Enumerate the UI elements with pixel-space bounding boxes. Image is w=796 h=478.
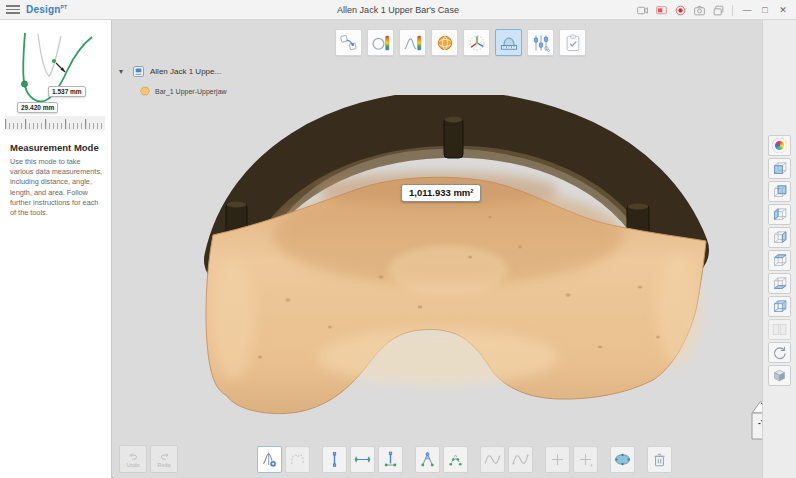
minimize-button[interactable]: — <box>738 2 756 18</box>
coordinate-system-button[interactable] <box>463 29 490 56</box>
cube-view-back-icon <box>771 183 788 200</box>
menu-icon[interactable] <box>0 0 26 20</box>
angle-three-point-button[interactable] <box>415 446 440 473</box>
split-view-icon <box>771 321 788 338</box>
point-coordinates-2-icon <box>576 450 595 469</box>
mesh-texture-button[interactable] <box>431 29 458 56</box>
curve-length-2-icon <box>511 450 530 469</box>
jaw-model-3d[interactable] <box>138 95 758 435</box>
measurement-sidebar: 1.537 mm 29.420 mm Measurement Mod <box>0 20 112 478</box>
curve-length-icon <box>483 450 502 469</box>
cube-view-left-button[interactable] <box>768 204 791 225</box>
tree-node-label[interactable]: Allen Jack 1 Uppe... <box>150 67 221 76</box>
deviation-sphere-icon <box>371 33 391 53</box>
area-measurement-icon <box>613 450 632 469</box>
case-checklist-button[interactable] <box>559 29 586 56</box>
coordinate-system-icon <box>467 33 487 53</box>
title-bar: DesignPT Allen Jack 1 Upper Bar's Case —… <box>0 0 796 20</box>
cube-view-isometric-icon <box>771 298 788 315</box>
cube-view-isometric-button[interactable] <box>768 296 791 317</box>
redo-label: Redo <box>157 462 170 468</box>
navigation-cube[interactable]: +z -Y <box>744 398 762 446</box>
color-options-button[interactable] <box>768 135 791 156</box>
redo-button[interactable]: Redo <box>150 445 178 473</box>
deviation-sphere-button[interactable] <box>367 29 394 56</box>
measurement-mode-icon <box>499 33 519 53</box>
reset-view-icon <box>771 344 788 361</box>
video-capture-icon[interactable] <box>635 2 651 18</box>
angle-three-point-icon <box>418 450 437 469</box>
cube-view-front-button[interactable] <box>768 158 791 179</box>
deviation-profile-button[interactable] <box>399 29 426 56</box>
distance-vertical-button[interactable] <box>322 446 347 473</box>
split-view-button[interactable] <box>768 319 791 340</box>
scanner-icon <box>131 64 146 79</box>
deviation-profile-icon <box>403 33 423 53</box>
viewport-3d[interactable]: ▾ Allen Jack 1 Uppe... Bar_1 Upper-Upper… <box>113 20 762 478</box>
cube-view-top-button[interactable] <box>768 250 791 271</box>
cross-section-diagram: 1.537 mm 29.420 mm <box>4 28 108 114</box>
delete-measurements-button[interactable] <box>647 446 672 473</box>
shaded-view-icon <box>771 367 788 384</box>
add-measurement-button[interactable] <box>257 446 282 473</box>
caret-down-icon[interactable]: ▾ <box>119 67 127 76</box>
record-dot-icon[interactable] <box>673 2 689 18</box>
view-options-rail <box>762 20 796 478</box>
cube-view-top-icon <box>771 252 788 269</box>
curve-length-2-button[interactable] <box>508 446 533 473</box>
measure-label-small: 1.537 mm <box>48 86 86 97</box>
freeform-region-icon <box>288 450 307 469</box>
cube-view-right-button[interactable] <box>768 227 791 248</box>
window-mode-icon[interactable] <box>711 2 727 18</box>
mesh-texture-icon <box>435 33 455 53</box>
angle-four-point-icon <box>446 450 465 469</box>
app-badge: PT <box>61 4 68 10</box>
distance-horizontal-button[interactable] <box>350 446 375 473</box>
mode-toolbar <box>335 29 586 56</box>
point-coordinates-2-button[interactable] <box>573 446 598 473</box>
screenshot-camera-icon[interactable] <box>692 2 708 18</box>
measurement-mode-button[interactable] <box>495 29 522 56</box>
point-coordinates-icon <box>548 450 567 469</box>
undo-button[interactable]: Undo <box>119 445 147 473</box>
sketch-elements-button[interactable] <box>335 29 362 56</box>
freeform-region-button[interactable] <box>285 446 310 473</box>
tree-node-label[interactable]: Bar_1 Upper-Upperjaw <box>155 88 227 95</box>
distance-vertical-icon <box>325 450 344 469</box>
object-tree: ▾ Allen Jack 1 Uppe... Bar_1 Upper-Upper… <box>119 64 227 97</box>
sketch-elements-icon <box>339 33 359 53</box>
measurement-toolbar: UndoRedo <box>113 444 762 474</box>
angle-four-point-button[interactable] <box>443 446 468 473</box>
application-window: DesignPT Allen Jack 1 Upper Bar's Case —… <box>0 0 796 478</box>
curve-length-button[interactable] <box>480 446 505 473</box>
distance-perpendicular-button[interactable] <box>378 446 403 473</box>
cube-view-back-button[interactable] <box>768 181 791 202</box>
close-button[interactable]: ✕ <box>774 2 792 18</box>
area-measurement-label[interactable]: 1,011.933 mm² <box>401 184 481 202</box>
panel-description: Use this mode to take various data measu… <box>10 157 104 218</box>
add-measurement-icon <box>260 450 279 469</box>
case-checklist-icon <box>563 33 583 53</box>
area-measurement-button[interactable] <box>610 446 635 473</box>
ruler-scale <box>5 116 105 130</box>
model-adjustments-button[interactable] <box>527 29 554 56</box>
reset-view-button[interactable] <box>768 342 791 363</box>
undo-label: Undo <box>126 462 139 468</box>
screen-share-icon[interactable] <box>654 2 670 18</box>
maximize-button[interactable]: □ <box>756 2 774 18</box>
distance-perpendicular-icon <box>381 450 400 469</box>
app-logo: DesignPT <box>26 4 67 15</box>
measure-label-large: 29.420 mm <box>17 102 58 113</box>
panel-heading: Measurement Mode <box>10 142 99 153</box>
tree-node-case[interactable]: ▾ Allen Jack 1 Uppe... <box>119 64 227 79</box>
cube-view-right-icon <box>771 229 788 246</box>
cube-view-bottom-icon <box>771 275 788 292</box>
color-options-icon <box>772 138 787 153</box>
shaded-view-button[interactable] <box>768 365 791 386</box>
cube-view-front-icon <box>771 160 788 177</box>
separator <box>732 5 733 16</box>
point-coordinates-button[interactable] <box>545 446 570 473</box>
cube-view-left-icon <box>771 206 788 223</box>
cube-view-bottom-button[interactable] <box>768 273 791 294</box>
distance-horizontal-icon <box>353 450 372 469</box>
